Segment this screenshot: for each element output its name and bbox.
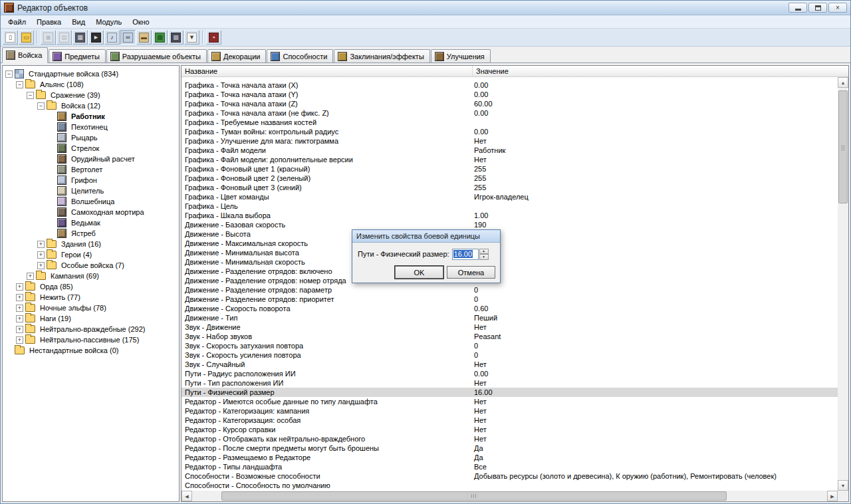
sound-editor-button[interactable]: ♪	[104, 30, 120, 45]
collapse-box[interactable]: −	[37, 102, 45, 110]
table-row[interactable]: Редактор - Размещаемо в РедактореДа	[182, 453, 838, 462]
tree-item[interactable]: −Сражение (39)	[3, 90, 179, 100]
expand-box[interactable]: +	[16, 326, 23, 333]
object-manager-button[interactable]: ▩	[168, 30, 183, 45]
scroll-right-button[interactable]: ▶	[827, 491, 838, 501]
collapse-box[interactable]: −	[5, 70, 13, 78]
terrain-editor-button[interactable]: ▦	[152, 30, 168, 45]
expand-box[interactable]: +	[16, 305, 23, 312]
expand-box[interactable]: +	[27, 273, 34, 280]
tree-item[interactable]: Самоходная мортира	[3, 207, 179, 217]
tree-item[interactable]: Работник	[3, 111, 179, 122]
new-document-button[interactable]: ▯	[3, 30, 18, 45]
campaign-editor-button[interactable]: ▬	[136, 30, 152, 45]
table-row[interactable]: Редактор - После смерти предметы могут б…	[182, 443, 838, 453]
test-map-button[interactable]: ►	[88, 30, 104, 45]
trigger-editor-button[interactable]: ▦	[72, 30, 88, 45]
menu-item-vid[interactable]: Вид	[66, 16, 90, 28]
table-row[interactable]: Графика - Цвет командыИгрок-владелец	[182, 192, 838, 201]
tree-item[interactable]: Ястреб	[3, 228, 179, 239]
tree-item[interactable]: Грифон	[3, 175, 179, 186]
table-row[interactable]: Редактор - Отображать как нейтрально-вра…	[182, 434, 838, 443]
tree-item[interactable]: +Особые войска (7)	[3, 260, 179, 271]
titlebar[interactable]: Редактор объектов ×	[1, 1, 850, 15]
table-row[interactable]: Графика - Файл моделиРаботник	[182, 146, 838, 155]
tree-item[interactable]: +Нежить (77)	[3, 292, 179, 303]
table-row[interactable]: Способности - Способность по умолчанию	[182, 481, 838, 490]
table-row[interactable]: Движение - ТипПеший	[182, 313, 838, 322]
ok-button[interactable]: OK	[395, 266, 443, 279]
tree-item[interactable]: +Нейтрально-враждебные (292)	[3, 324, 179, 334]
physical-size-input[interactable]: 16.00	[452, 249, 479, 260]
tree-item[interactable]: Вертолет	[3, 164, 179, 175]
tab-voyska[interactable]: Войска	[2, 47, 48, 63]
table-row[interactable]: Графика - Точка начала атаки (Z)60.00	[182, 99, 838, 108]
tree-item[interactable]: +Здания (16)	[3, 239, 179, 249]
table-row[interactable]: Графика - Точка начала атаки (X)0.00	[182, 80, 838, 90]
export-button[interactable]: ▪	[206, 30, 221, 45]
expand-box[interactable]: +	[16, 336, 23, 344]
table-row[interactable]: Графика - Фоновый цвет 2 (зеленый)255	[182, 174, 838, 183]
table-row[interactable]: Движение - Разделение отрядов: приоритет…	[182, 295, 838, 304]
table-row[interactable]: Графика - Точка начала атаки (не фикс. Z…	[182, 108, 838, 118]
cancel-button[interactable]: Отмена	[447, 266, 495, 279]
spinner-up-button[interactable]: ▲	[479, 249, 489, 255]
table-row[interactable]: Движение - Максимальная скорость	[182, 239, 838, 248]
table-row[interactable]: Графика - Точка начала атаки (Y)0.00	[182, 90, 838, 99]
tree-item[interactable]: Нестандартные войска (0)	[3, 345, 179, 356]
tab-predmety[interactable]: Предметы	[49, 49, 106, 63]
table-row[interactable]: Графика - Фоновый цвет 1 (красный)255	[182, 164, 838, 174]
tab-razrushaemye-obekty[interactable]: Разрушаемые объекты	[106, 49, 207, 63]
tree-item[interactable]: −Альянс (108)	[3, 79, 179, 90]
table-row[interactable]: Редактор - Курсор справкиНет	[182, 425, 838, 434]
horizontal-scroll-thumb[interactable]	[221, 491, 727, 501]
tree-item[interactable]: +Герои (4)	[3, 249, 179, 260]
table-row[interactable]: Звук - СлучайныйНет	[182, 360, 838, 369]
menu-item-fayl[interactable]: Файл	[3, 16, 31, 28]
table-row[interactable]: Пути - Тип расположения ИИНет	[182, 378, 838, 388]
tree-item[interactable]: Волшебница	[3, 196, 179, 207]
table-row[interactable]: Графика - Туман войны: контрольный радиу…	[182, 127, 838, 136]
tree-item[interactable]: +Кампания (69)	[3, 271, 179, 281]
expand-box[interactable]: +	[37, 251, 45, 259]
object-editor-button[interactable]: ∞	[120, 30, 136, 45]
collapse-box[interactable]: −	[27, 92, 34, 99]
expand-box[interactable]: +	[16, 315, 23, 322]
table-row[interactable]: Редактор - Типы ландшафтаВсе	[182, 462, 838, 471]
tree-item[interactable]: Целитель	[3, 186, 179, 196]
maximize-button[interactable]	[808, 3, 827, 13]
tree-item[interactable]: Стрелок	[3, 143, 179, 154]
close-button[interactable]: ×	[828, 3, 847, 13]
tree-item[interactable]: +Орда (85)	[3, 281, 179, 292]
table-row[interactable]: Редактор - Категоризация: особаяНет	[182, 416, 838, 425]
table-row[interactable]: Графика - Цель	[182, 201, 838, 211]
tree-item[interactable]: Ведьмак	[3, 217, 179, 228]
menu-item-okno[interactable]: Окно	[127, 16, 155, 28]
table-row[interactable]: Звук - ДвижениеНет	[182, 322, 838, 332]
tree-item[interactable]: +Ночные эльфы (78)	[3, 303, 179, 313]
table-row[interactable]: Движение - Высота	[182, 229, 838, 239]
tree-item[interactable]: Орудийный расчет	[3, 154, 179, 164]
table-row[interactable]: Движение - Разделение отрядов: номер отр…	[182, 276, 838, 285]
table-row[interactable]: Графика - Шкала выбора1.00	[182, 211, 838, 220]
scroll-up-button[interactable]: ▲	[838, 77, 848, 88]
table-row[interactable]: Звук - Набор звуковPeasant	[182, 332, 838, 341]
import-manager-button[interactable]: ▼	[184, 30, 199, 45]
menu-item-pravka[interactable]: Правка	[31, 16, 66, 28]
table-row[interactable]: Звук - Скорость затухания повтора0	[182, 341, 838, 350]
table-row[interactable]: Движение - Разделение отрядов: включено	[182, 267, 838, 276]
spinner-down-button[interactable]: ▼	[479, 254, 489, 260]
tree-item[interactable]: −Войска (12)	[3, 100, 179, 111]
open-button[interactable]: ▭	[19, 30, 34, 45]
tree-item[interactable]: +Нейтрально-пассивные (175)	[3, 334, 179, 345]
table-row[interactable]: Движение - Скорость поворота0.60	[182, 304, 838, 313]
column-header-value[interactable]: Значение	[473, 66, 848, 76]
tree-item[interactable]: Рыцарь	[3, 132, 179, 143]
table-row[interactable]: Графика - Требуемые названия костей	[182, 118, 838, 127]
dialog-titlebar[interactable]: Изменить свойства боевой единицы	[352, 230, 500, 243]
tab-sposobnosti[interactable]: Способности	[267, 49, 333, 63]
table-row[interactable]: Звук - Скорость усиления повтора0	[182, 350, 838, 360]
scroll-down-button[interactable]: ▼	[838, 480, 848, 491]
expand-box[interactable]: +	[16, 294, 23, 301]
tab-zaklinaniya-effekty[interactable]: Заклинания/эффекты	[334, 49, 429, 63]
